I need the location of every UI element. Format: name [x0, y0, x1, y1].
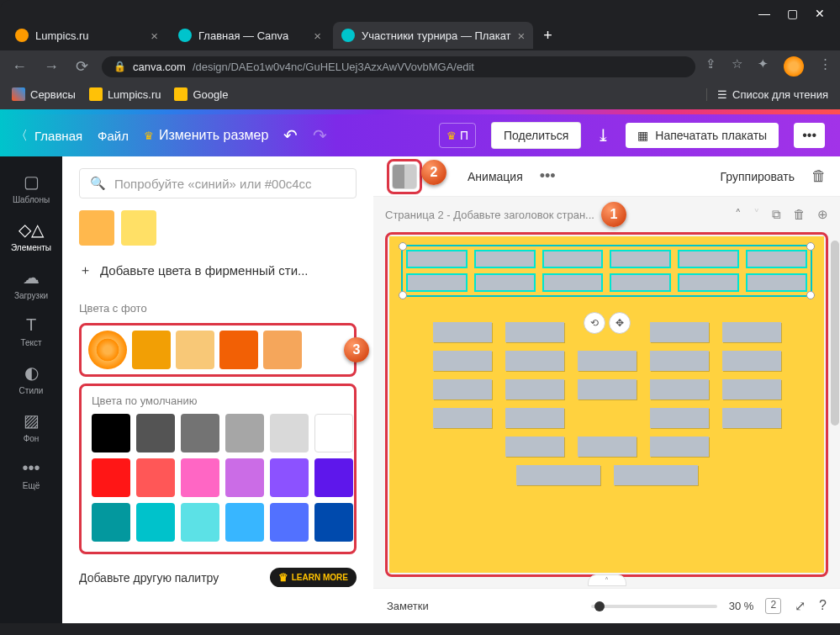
share-icon[interactable]: ⇪ — [705, 56, 716, 77]
swatch[interactable] — [136, 503, 175, 542]
bracket-cell[interactable] — [650, 379, 709, 400]
bracket-cell[interactable] — [505, 379, 564, 400]
rail-templates[interactable]: ▢Шаблоны — [0, 165, 62, 211]
resize-handle[interactable] — [399, 291, 407, 299]
swatch[interactable] — [181, 503, 219, 542]
file-menu[interactable]: Файл — [98, 129, 129, 143]
bracket-cell[interactable] — [678, 273, 739, 292]
bracket-cell[interactable] — [722, 379, 781, 400]
bracket-cell[interactable] — [406, 250, 468, 268]
bookmark-apps[interactable]: Сервисы — [12, 87, 76, 101]
pages-button[interactable]: 2 — [765, 598, 781, 614]
zoom-thumb[interactable] — [594, 601, 605, 611]
resize-handle[interactable] — [399, 242, 407, 251]
bracket-cell[interactable] — [433, 322, 492, 342]
poster-page[interactable]: ⟲ ✥ — [389, 236, 824, 573]
bracket-cell[interactable] — [474, 273, 536, 292]
swatch[interactable] — [314, 458, 353, 497]
swatch[interactable] — [270, 503, 309, 542]
learn-more-button[interactable]: ♛LEARN MORE — [270, 568, 357, 587]
bracket-cell[interactable] — [505, 351, 564, 371]
bracket-cell[interactable] — [722, 408, 781, 428]
rail-text[interactable]: TТекст — [0, 309, 62, 354]
doc-swatch[interactable] — [121, 210, 156, 246]
element-color-button[interactable] — [392, 164, 417, 189]
photo-swatch[interactable] — [219, 331, 258, 369]
share-button[interactable]: Поделиться — [491, 122, 581, 149]
print-button[interactable]: ▦Напечатать плакаты — [626, 123, 779, 148]
help-icon[interactable]: ? — [819, 598, 827, 614]
color-search-input[interactable]: 🔍 Попробуйте «синий» или #00c4cc — [79, 168, 357, 198]
bracket-cell[interactable] — [406, 273, 468, 292]
swatch[interactable] — [225, 414, 264, 452]
move-icon[interactable]: ✥ — [609, 312, 631, 334]
bracket-cell[interactable] — [578, 437, 637, 457]
chevron-up-icon[interactable]: ˄ — [735, 207, 742, 222]
scrollbar[interactable] — [831, 241, 839, 426]
bracket-cell[interactable] — [746, 273, 807, 292]
bracket-cell[interactable] — [746, 250, 807, 268]
bracket-cell[interactable] — [433, 379, 492, 400]
bookmark-lumpics[interactable]: Lumpics.ru — [89, 87, 161, 101]
doc-swatch[interactable] — [79, 210, 114, 246]
page-title[interactable]: Страница 2 - Добавьте заголовок стран... — [385, 209, 594, 221]
swatch[interactable] — [181, 458, 219, 497]
bracket-cell[interactable] — [610, 250, 671, 268]
reload-icon[interactable]: ⟳ — [72, 57, 92, 76]
photo-swatch[interactable] — [132, 331, 171, 369]
minimize-icon[interactable]: — — [758, 7, 770, 20]
extensions-icon[interactable]: ✦ — [758, 56, 769, 77]
download-icon[interactable]: ⤓ — [596, 125, 610, 146]
bracket-cell[interactable] — [516, 465, 600, 485]
tab-close-icon[interactable]: × — [314, 29, 321, 43]
notes-button[interactable]: Заметки — [387, 600, 429, 612]
selected-elements[interactable] — [401, 245, 812, 297]
home-button[interactable]: 〈Главная — [15, 128, 82, 144]
bracket-cell[interactable] — [578, 379, 637, 400]
pro-button[interactable]: ♛П — [439, 123, 476, 148]
delete-page-icon[interactable]: 🗑 — [793, 207, 806, 222]
rail-background[interactable]: ▨Фон — [0, 404, 62, 450]
tab-canva-design[interactable]: Участники турнира — Плакат × — [333, 22, 533, 49]
bracket-cell[interactable] — [650, 351, 709, 371]
close-icon[interactable]: ✕ — [815, 7, 825, 20]
redo-icon[interactable]: ↷ — [313, 125, 327, 146]
bracket-cell[interactable] — [610, 273, 671, 292]
bracket-cell[interactable] — [650, 408, 709, 428]
star-icon[interactable]: ☆ — [732, 56, 742, 77]
bracket-cell[interactable] — [505, 322, 564, 342]
bracket-cell[interactable] — [505, 408, 564, 428]
bracket-cell[interactable] — [614, 465, 698, 485]
forward-icon[interactable]: → — [40, 58, 62, 76]
bracket-cell[interactable] — [433, 351, 492, 371]
rail-styles[interactable]: ◐Стили — [0, 356, 62, 402]
swatch[interactable] — [225, 503, 264, 542]
rail-uploads[interactable]: ☁Загрузки — [0, 261, 62, 307]
swatch[interactable] — [181, 414, 219, 452]
swatch[interactable] — [314, 414, 353, 452]
bracket-cell[interactable] — [542, 273, 604, 292]
page-add-pill[interactable]: ˄ — [588, 574, 626, 586]
photo-swatch-orange-icon[interactable] — [88, 331, 127, 369]
rail-more[interactable]: •••Ещё — [0, 452, 62, 497]
fullscreen-icon[interactable]: ⤢ — [795, 598, 806, 614]
tab-close-icon[interactable]: × — [518, 29, 526, 43]
bracket-cell[interactable] — [678, 250, 739, 268]
add-palette-label[interactable]: Добавьте другую палитру — [79, 571, 219, 585]
maximize-icon[interactable]: ▢ — [787, 7, 798, 20]
rail-elements[interactable]: ◇△Элементы — [0, 213, 62, 259]
zoom-value[interactable]: 30 % — [729, 600, 754, 612]
bracket-cell[interactable] — [722, 351, 781, 371]
duplicate-icon[interactable]: ⧉ — [772, 207, 781, 222]
swatch[interactable] — [225, 458, 264, 497]
swatch[interactable] — [92, 414, 130, 452]
resize-handle[interactable] — [806, 291, 815, 299]
tab-canva-home[interactable]: Главная — Canva × — [170, 22, 330, 49]
rotate-icon[interactable]: ⟲ — [584, 312, 605, 334]
tab-lumpics[interactable]: Lumpics.ru × — [7, 22, 166, 49]
bracket-cell[interactable] — [505, 437, 564, 457]
undo-icon[interactable]: ↶ — [283, 125, 298, 146]
add-brand-colors[interactable]: ＋ Добавьте цвета в фирменный сти... — [79, 262, 357, 278]
swatch[interactable] — [270, 458, 309, 497]
photo-swatch[interactable] — [263, 331, 302, 369]
